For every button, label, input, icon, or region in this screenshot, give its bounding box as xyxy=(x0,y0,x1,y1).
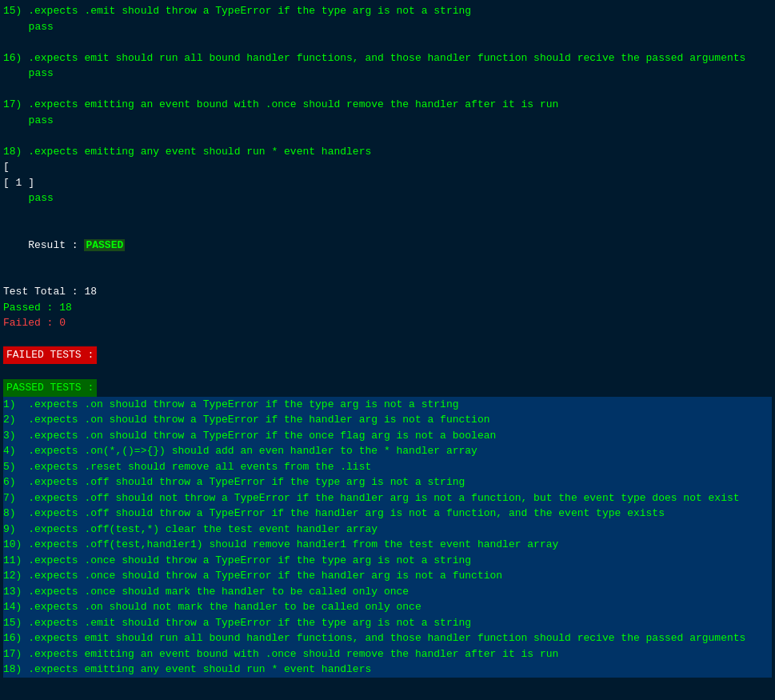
spacer5 xyxy=(3,269,772,285)
passed-test-5: 5) .expects .reset should remove all eve… xyxy=(3,459,772,475)
passed-test-3: 3) .expects .on should throw a TypeError… xyxy=(3,428,772,444)
bracket-value: [ 1 ] xyxy=(3,175,772,191)
passed-test-2: 2) .expects .on should throw a TypeError… xyxy=(3,412,772,428)
test15-pass: pass xyxy=(3,19,772,35)
failed-count: Failed : 0 xyxy=(3,315,772,331)
passed-test-12: 12) .expects .once should throw a TypeEr… xyxy=(3,568,772,584)
test17-header: 17) .expects emitting an event bound wit… xyxy=(3,97,772,113)
passed-test-1: 1) .expects .on should throw a TypeError… xyxy=(3,397,772,413)
passed-tests-label: PASSED TESTS : xyxy=(3,379,97,397)
passed-test-18: 18) .expects emitting any event should r… xyxy=(3,662,772,678)
result-prefix: Result : xyxy=(28,239,84,251)
spacer1 xyxy=(3,34,772,50)
passed-test-13: 13) .expects .once should mark the handl… xyxy=(3,584,772,600)
passed-test-7: 7) .expects .off should not throw a Type… xyxy=(3,490,772,506)
spacer3 xyxy=(3,128,772,144)
passed-tests-section: PASSED TESTS : xyxy=(3,379,772,397)
spacer4 xyxy=(3,206,772,222)
result-line: Result : PASSED xyxy=(3,222,772,269)
failed-tests-section: FAILED TESTS : xyxy=(3,346,772,364)
passed-test-9: 9) .expects .off(test,*) clear the test … xyxy=(3,522,772,538)
passed-count: Passed : 18 xyxy=(3,300,772,316)
spacer2 xyxy=(3,82,772,98)
passed-test-16: 16) .expects emit should run all bound h… xyxy=(3,630,772,646)
passed-test-4: 4) .expects .on(*,()=>{}) should add an … xyxy=(3,443,772,459)
failed-tests-label: FAILED TESTS : xyxy=(3,346,97,364)
test16-header: 16) .expects emit should run all bound h… xyxy=(3,50,772,66)
passed-test-15: 15) .expects .emit should throw a TypeEr… xyxy=(3,615,772,631)
spacer6 xyxy=(3,331,772,347)
test18-header: 18) .expects emitting any event should r… xyxy=(3,144,772,160)
passed-test-6: 6) .expects .off should throw a TypeErro… xyxy=(3,474,772,490)
bracket-open: [ xyxy=(3,159,772,175)
test16-pass: pass xyxy=(3,66,772,82)
passed-test-17: 17) .expects emitting an event bound wit… xyxy=(3,646,772,662)
test17-pass: pass xyxy=(3,113,772,129)
test-total: Test Total : 18 xyxy=(3,284,772,300)
result-value: PASSED xyxy=(84,239,125,251)
passed-test-10: 10) .expects .off(test,handler1) should … xyxy=(3,537,772,553)
passed-test-8: 8) .expects .off should throw a TypeErro… xyxy=(3,506,772,522)
passed-test-11: 11) .expects .once should throw a TypeEr… xyxy=(3,553,772,569)
test18-pass: pass xyxy=(3,190,772,206)
passed-test-14: 14) .expects .on should not mark the han… xyxy=(3,599,772,615)
spacer7 xyxy=(3,364,772,380)
terminal-output: 15) .expects .emit should throw a TypeEr… xyxy=(3,3,772,678)
test15-header: 15) .expects .emit should throw a TypeEr… xyxy=(3,3,772,19)
